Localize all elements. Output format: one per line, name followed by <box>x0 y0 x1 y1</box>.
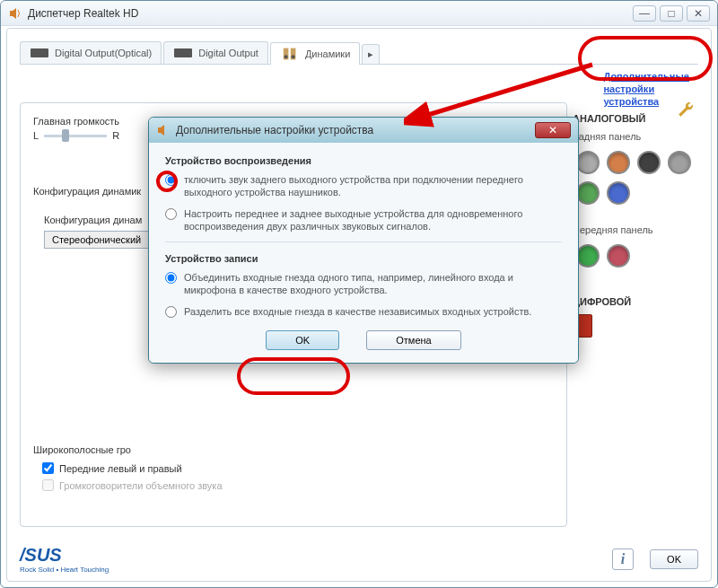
volume-section: Главная громкость L R <box>33 116 119 141</box>
minimize-button[interactable]: — <box>633 5 656 22</box>
wrench-icon[interactable] <box>677 101 695 118</box>
tab-label: Digital Output <box>198 48 258 58</box>
speaker-icon <box>8 6 22 21</box>
dialog-titlebar: Дополнительные настройки устройства ✕ <box>149 118 578 143</box>
dialog-close-button[interactable]: ✕ <box>535 122 571 138</box>
footer: /SUS Rock Solid • Heart Touching i OK <box>20 545 698 574</box>
speakers-icon <box>280 47 300 61</box>
record-radio-2[interactable] <box>165 306 177 318</box>
playback-option-separate[interactable]: Настроить переднее и заднее выходные уст… <box>165 207 562 233</box>
wideband-title: Широкополосные гро <box>33 444 223 455</box>
link-line1: Дополнительные <box>603 71 689 82</box>
wideband-section: Широкополосные гро Передние левый и прав… <box>33 444 223 496</box>
tab-digital-optical[interactable]: Digital Output(Optical) <box>20 41 162 64</box>
record-opt1-text: Объединить входные гнезда одного типа, н… <box>184 271 562 296</box>
config-select[interactable]: Стереофонический <box>44 231 161 249</box>
playback-opt2-text: Настроить переднее и заднее выходные уст… <box>184 207 562 233</box>
dialog-ok-button[interactable]: OK <box>266 330 339 350</box>
device-icon <box>173 46 193 60</box>
svg-point-4 <box>284 55 287 58</box>
maximize-button[interactable]: □ <box>660 5 683 22</box>
info-button[interactable]: i <box>612 549 634 570</box>
socket[interactable] <box>607 244 630 268</box>
tabs: Digital Output(Optical) Digital Output Д… <box>20 41 698 65</box>
playback-opt1-text: тключить звук заднего выходного устройст… <box>184 173 562 198</box>
socket[interactable] <box>607 151 630 174</box>
socket[interactable] <box>668 151 691 174</box>
playback-option-mute[interactable]: тключить звук заднего выходного устройст… <box>165 173 562 198</box>
back-panel-label: Задняя панель <box>573 131 698 142</box>
balance-slider[interactable]: L R <box>33 130 119 141</box>
playback-radio-1[interactable] <box>165 174 177 186</box>
front-lr-input[interactable] <box>42 462 54 474</box>
playback-radio-2[interactable] <box>165 208 177 220</box>
digital-title: ЦИФРОВОЙ <box>573 296 698 307</box>
front-panel-label: Передняя панель <box>573 224 698 235</box>
surround-checkbox: Громкоговорители объемного звука <box>42 479 223 491</box>
device-icon <box>30 46 49 60</box>
record-option-combine[interactable]: Объединить входные гнезда одного типа, н… <box>165 271 562 296</box>
playback-group-title: Устройство воспроизведения <box>165 155 562 166</box>
tab-speakers[interactable]: Динамики <box>270 42 360 65</box>
svg-point-5 <box>291 55 294 58</box>
front-sockets <box>573 241 698 271</box>
window-title: Диспетчер Realtek HD <box>28 7 633 20</box>
socket[interactable] <box>576 181 600 205</box>
socket[interactable] <box>637 151 661 174</box>
dialog-body: Устройство воспроизведения тключить звук… <box>149 143 578 363</box>
divider <box>165 241 562 242</box>
logo: /SUS <box>20 545 109 566</box>
back-sockets <box>573 147 698 208</box>
surround-input <box>42 479 54 491</box>
dialog-cancel-button[interactable]: Отмена <box>366 330 460 350</box>
speaker-config-section: Конфигурация динамик Конфигурация динам … <box>33 186 161 249</box>
volume-title: Главная громкость <box>33 116 119 127</box>
balance-right: R <box>112 130 119 141</box>
front-lr-checkbox[interactable]: Передние левый и правый <box>42 462 223 474</box>
svg-rect-0 <box>31 48 48 57</box>
tab-label: Digital Output(Optical) <box>55 48 152 58</box>
record-radio-1[interactable] <box>165 272 177 284</box>
tab-label: Динамики <box>305 48 350 59</box>
window-controls: — □ ✕ <box>633 5 710 22</box>
tab-scroll-right[interactable]: ▸ <box>362 44 380 64</box>
logo-tagline: Rock Solid • Heart Touching <box>20 566 109 574</box>
record-group-title: Устройство записи <box>165 253 562 264</box>
speaker-icon <box>156 123 171 137</box>
main-ok-button[interactable]: OK <box>650 549 698 569</box>
config-subtitle: Конфигурация динам <box>44 215 161 225</box>
logo-block: /SUS Rock Solid • Heart Touching <box>20 545 109 574</box>
balance-left: L <box>33 130 39 141</box>
record-option-split[interactable]: Разделить все входные гнезда в качестве … <box>165 305 562 318</box>
dialog-title: Дополнительные настройки устройства <box>176 124 535 136</box>
front-lr-label: Передние левый и правый <box>59 463 182 474</box>
socket[interactable] <box>576 244 600 268</box>
close-button[interactable]: ✕ <box>687 5 710 22</box>
dialog-buttons: OK Отмена <box>165 330 562 350</box>
tab-digital-output[interactable]: Digital Output <box>163 41 268 64</box>
connectors-panel: АНАЛОГОВЫЙ Задняя панель Передняя панель… <box>573 102 698 527</box>
socket[interactable] <box>576 151 600 174</box>
socket[interactable] <box>607 181 630 205</box>
surround-label: Громкоговорители объемного звука <box>59 480 223 491</box>
svg-rect-1 <box>174 48 192 57</box>
titlebar: Диспетчер Realtek HD — □ ✕ <box>1 1 717 26</box>
record-opt2-text: Разделить все входные гнезда в качестве … <box>184 305 531 318</box>
config-title: Конфигурация динамик <box>33 186 161 197</box>
advanced-settings-dialog: Дополнительные настройки устройства ✕ Ус… <box>148 117 579 364</box>
link-line2: настройки <box>603 83 654 94</box>
